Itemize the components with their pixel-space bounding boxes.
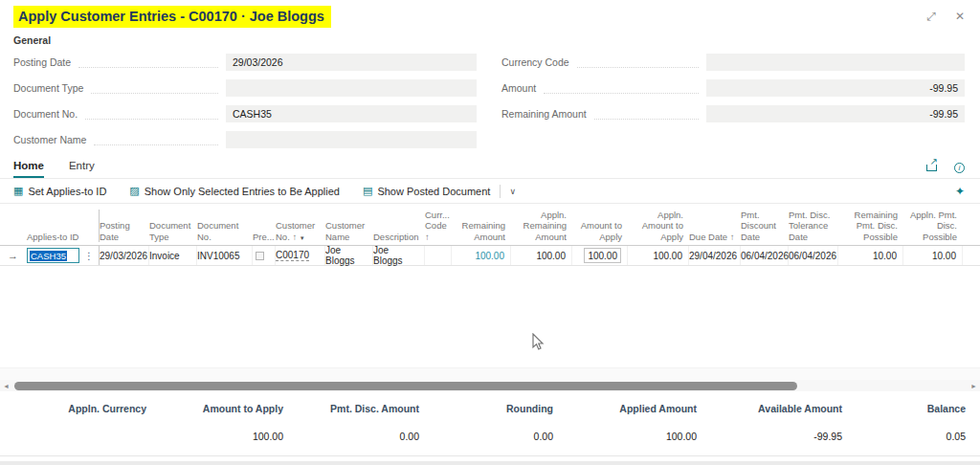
col-header-appln-pmt-disc-possible[interactable]: Appln. Pmt. Disc. Possible <box>903 210 963 242</box>
general-section-label: General <box>13 34 980 46</box>
dotted-leader <box>544 82 699 94</box>
document-no-label: Document No. <box>13 108 78 120</box>
appln-remaining-amount-cell[interactable]: 100.00 <box>511 246 572 265</box>
applies-to-id-input[interactable]: CASH35 <box>27 248 79 263</box>
col-header-due-date[interactable]: Due Date ↑ <box>689 232 741 242</box>
col-header-description[interactable]: Description <box>373 232 425 242</box>
total-available-amount: Available Amount -99.95 <box>718 403 863 443</box>
apply-customer-entries-dialog: Apply Customer Entries - C00170 · Joe Bl… <box>0 0 980 465</box>
close-icon[interactable]: ✕ <box>955 10 965 23</box>
amount-label: Amount <box>501 82 536 94</box>
amount-to-apply-input[interactable]: 100.00 <box>584 248 621 263</box>
dotted-leader <box>594 108 699 120</box>
active-row-marker: → <box>8 246 27 265</box>
posting-date-label: Posting Date <box>13 56 71 68</box>
share-icon[interactable]: ↗ <box>926 165 937 171</box>
customer-no-link[interactable]: C00170 <box>276 250 309 261</box>
document-no-row: Document No. CASH35 <box>13 100 477 126</box>
set-applies-to-id-icon: ▦ <box>13 185 23 197</box>
remaining-amount-field[interactable]: -99.95 <box>706 105 965 122</box>
col-header-document-type[interactable]: Document Type <box>149 220 197 242</box>
document-no-cell[interactable]: INV10065 <box>197 246 253 265</box>
preapplied-checkbox[interactable] <box>256 252 264 260</box>
appln-pmt-disc-possible-cell[interactable]: 10.00 <box>903 246 963 265</box>
total-balance: Balance 0.05 <box>863 403 970 443</box>
remaining-amount-cell[interactable]: 100.00 <box>452 246 511 265</box>
customer-name-field[interactable] <box>226 131 477 148</box>
currency-code-label: Currency Code <box>501 56 569 68</box>
scroll-right-icon[interactable]: ► <box>970 383 977 389</box>
col-header-pmt-discount-date[interactable]: Pmt. Discount Date <box>741 210 789 242</box>
applies-to-id-cell[interactable]: CASH35 ⋮ <box>27 246 100 265</box>
posting-date-row: Posting Date 29/03/2026 <box>13 49 477 75</box>
action-tabs-row: Home Entry ↗ i <box>0 152 980 179</box>
amount-to-apply-cell[interactable]: 100.00 <box>572 246 628 265</box>
ellipsis-icon[interactable]: ⋮ <box>79 251 98 261</box>
titlebar: Apply Customer Entries - C00170 · Joe Bl… <box>0 0 980 29</box>
due-date-cell[interactable]: 29/04/2026 <box>689 246 741 265</box>
customer-name-cell[interactable]: Joe Bloggs <box>325 246 373 265</box>
remaining-amount-link[interactable]: 100.00 <box>475 251 504 261</box>
remaining-pmt-disc-possible-cell[interactable]: 10.00 <box>838 246 903 265</box>
show-only-selected-button[interactable]: ▨ Show Only Selected Entries to Be Appli… <box>129 185 340 197</box>
preapplied-cell[interactable] <box>253 246 276 265</box>
amount-field[interactable]: -99.95 <box>706 79 965 97</box>
scroll-left-icon[interactable]: ◄ <box>3 383 10 389</box>
document-no-field[interactable]: CASH35 <box>226 105 477 122</box>
description-cell[interactable]: Joe Bloggs <box>373 246 425 265</box>
scrollbar-track[interactable] <box>12 382 968 390</box>
page-bottom-strip <box>0 461 980 465</box>
posting-date-field[interactable]: 29/03/2026 <box>226 54 477 71</box>
grid-header-row: Applies-to ID Posting Date Document Type… <box>0 204 980 246</box>
totals-row: Appln. Currency Amount to Apply 100.00 P… <box>0 391 980 443</box>
customer-name-row: Customer Name <box>13 126 477 152</box>
remaining-amount-label: Remaining Amount <box>501 108 587 120</box>
customer-no-cell[interactable]: C00170 <box>276 246 325 265</box>
toolbar-divider <box>500 185 501 198</box>
customer-name-label: Customer Name <box>13 134 86 145</box>
document-type-label: Document Type <box>13 82 83 94</box>
total-rounding: Rounding 0.00 <box>440 403 574 443</box>
col-header-preapplied[interactable]: Pre... <box>253 232 276 242</box>
currency-code-cell[interactable] <box>425 246 452 265</box>
info-icon[interactable]: i <box>954 163 965 173</box>
pmt-disc-tolerance-date-cell[interactable]: 06/04/2026 <box>789 246 838 265</box>
personalize-icon[interactable]: ✦ <box>955 185 965 198</box>
set-applies-to-id-button[interactable]: ▦ Set Applies-to ID <box>13 185 106 197</box>
col-header-document-no[interactable]: Document No. <box>197 220 253 242</box>
posting-date-cell[interactable]: 29/03/2026 <box>100 246 149 265</box>
col-header-appln-amount-to-apply[interactable]: Appln. Amount to Apply <box>628 210 689 242</box>
total-amount-to-apply: Amount to Apply 100.00 <box>167 403 304 443</box>
document-type-cell[interactable]: Invoice <box>149 246 197 265</box>
col-header-currency-code[interactable]: Curr... Code ↑ <box>425 210 452 242</box>
pmt-discount-date-cell[interactable]: 06/04/2026 <box>741 246 789 265</box>
col-header-customer-no[interactable]: Customer No. ↑ ▼ <box>276 220 325 242</box>
tab-home[interactable]: Home <box>13 160 44 178</box>
chevron-down-icon[interactable]: ∨ <box>509 187 516 196</box>
col-header-applies-to-id[interactable]: Applies-to ID <box>27 210 100 242</box>
col-header-appln-remaining-amount[interactable]: Appln. Remaining Amount <box>511 210 572 242</box>
col-header-pmt-disc-tolerance-date[interactable]: Pmt. Disc. Tolerance Date <box>789 210 838 242</box>
currency-code-field[interactable] <box>706 54 965 71</box>
dotted-leader <box>91 82 218 94</box>
show-posted-document-button[interactable]: ▤ Show Posted Document <box>363 185 490 197</box>
tab-entry[interactable]: Entry <box>69 160 95 178</box>
table-row: → CASH35 ⋮ 29/03/2026 Invoice INV10065 C… <box>0 246 980 266</box>
col-header-remaining-pmt-disc-possible[interactable]: Remaining Pmt. Disc. Possible <box>838 210 903 242</box>
collapse-window-icon[interactable]: ⤢ <box>926 10 936 23</box>
col-header-remaining-amount[interactable]: Remaining Amount <box>452 220 511 242</box>
grid-empty-area <box>0 266 980 367</box>
general-fields: Posting Date 29/03/2026 Document Type Do… <box>0 49 980 152</box>
remaining-amount-row: Remaining Amount -99.95 <box>501 100 965 126</box>
grid-bottom-band <box>0 367 980 380</box>
scrollbar-thumb[interactable] <box>14 382 797 390</box>
dotted-leader <box>78 56 218 68</box>
horizontal-scrollbar[interactable]: ◄ ► <box>0 380 980 391</box>
document-type-field[interactable] <box>226 79 477 97</box>
col-header-posting-date[interactable]: Posting Date <box>100 220 149 242</box>
col-header-customer-name[interactable]: Customer Name <box>325 220 373 242</box>
amount-row: Amount -99.95 <box>501 75 965 100</box>
col-header-amount-to-apply[interactable]: Amount to Apply <box>572 220 628 242</box>
selected-text: CASH35 <box>30 251 67 261</box>
appln-amount-to-apply-cell[interactable]: 100.00 <box>628 246 689 265</box>
